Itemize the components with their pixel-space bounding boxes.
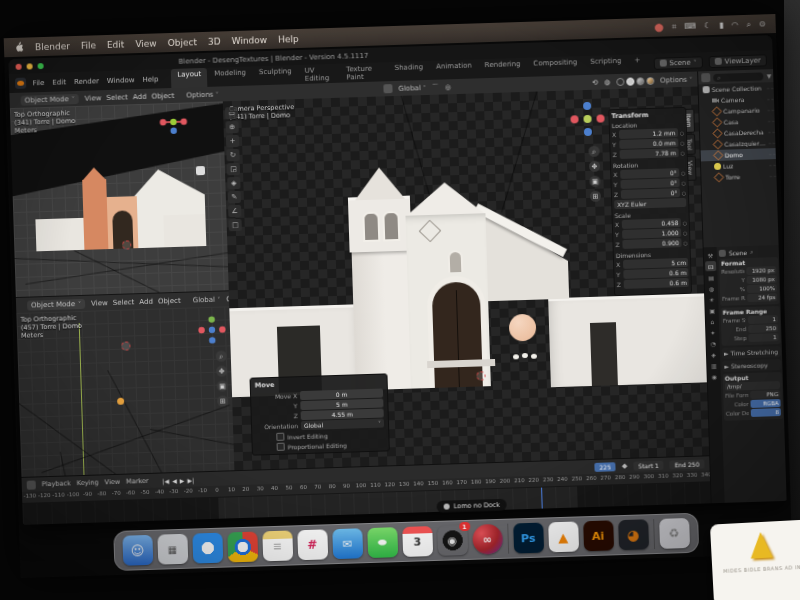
pan-icon[interactable]: ✥ <box>216 365 227 376</box>
timeline-menu-item[interactable]: Marker <box>126 477 149 486</box>
frame-start-field[interactable]: Start 1 <box>633 460 664 470</box>
menubar-item[interactable]: File <box>81 40 96 50</box>
viewport-menu-item[interactable]: Object <box>158 296 181 305</box>
church-tower[interactable] <box>82 179 108 250</box>
dock-app-icon[interactable]: ▦ <box>157 534 188 565</box>
properties-tab-icon[interactable]: ◉ <box>709 371 720 381</box>
properties-tab-icon[interactable]: ⊡ <box>705 261 716 271</box>
workspace-tab[interactable]: Layout <box>171 67 207 88</box>
viewport-bottom-left[interactable]: Object Mode˅ ViewSelectAddObject Global … <box>16 290 236 478</box>
scale-field[interactable]: 0.900 <box>622 238 681 249</box>
tool-icon[interactable]: ▭ <box>225 107 238 119</box>
church-right-wing[interactable] <box>163 214 206 247</box>
transform-orientation-dropdown[interactable]: Global ˅ <box>398 84 426 93</box>
topbar-menu-item[interactable]: Window <box>107 76 135 85</box>
dock-app-icon[interactable]: ◕ <box>618 519 649 550</box>
zoom-window-button[interactable] <box>37 63 43 69</box>
viewport-menu-item[interactable]: View <box>91 299 108 308</box>
camera-view-icon[interactable]: ▣ <box>589 176 600 187</box>
properties-tab-icon[interactable]: ◍ <box>706 283 717 293</box>
topbar-menu-item[interactable]: File <box>33 79 45 87</box>
transport-button[interactable]: |◀ <box>162 477 169 484</box>
property-field[interactable]: RGBA <box>750 399 780 408</box>
location-field[interactable]: 7.78 m <box>620 148 679 159</box>
rotation-field[interactable]: 0° <box>620 178 679 189</box>
properties-tab-icon[interactable]: ✦ <box>707 327 718 337</box>
frame-end-field[interactable]: End 250 <box>670 459 705 469</box>
proportional-edit-icon[interactable]: ◎ <box>445 83 451 91</box>
close-window-button[interactable] <box>16 63 22 69</box>
camera-view-icon[interactable]: ▣ <box>217 380 228 391</box>
wireframe-shading-button[interactable] <box>616 77 624 85</box>
blender-logo-icon[interactable] <box>15 78 26 89</box>
tool-icon[interactable]: + <box>226 135 239 147</box>
keyframe-dot-icon[interactable]: ○ <box>681 169 686 175</box>
scene-selector[interactable]: Scene˅ <box>653 56 703 70</box>
annotation-icon[interactable] <box>196 166 205 175</box>
keyframe-dot-icon[interactable]: ○ <box>681 189 686 195</box>
options-dropdown[interactable]: Options ˅ <box>660 75 692 84</box>
dock-app-icon[interactable]: # <box>297 529 328 560</box>
scale-field[interactable]: 0.458 <box>622 218 681 229</box>
dock-app-icon[interactable] <box>507 524 509 554</box>
menubar-item[interactable]: Edit <box>107 39 125 50</box>
visibility-icons[interactable]: ◦◦ <box>769 162 777 168</box>
dimension-field[interactable]: 0.6 m <box>624 278 689 289</box>
keyframe-dot-icon[interactable]: ○ <box>683 239 688 245</box>
zoom-icon[interactable]: ⌕ <box>588 146 599 157</box>
dock-app-icon[interactable]: ➤ <box>192 533 223 564</box>
property-field[interactable]: 100% <box>747 284 777 293</box>
transport-button[interactable]: ▶ <box>180 476 185 483</box>
transform-panel-title[interactable]: Transform <box>611 110 683 120</box>
solid-shading-button[interactable] <box>626 77 634 85</box>
select-tool-icon[interactable] <box>383 84 392 93</box>
viewport-menu-item[interactable]: Select <box>106 93 128 102</box>
apple-menu-icon[interactable] <box>14 40 24 54</box>
mode-dropdown[interactable]: Object Mode˅ <box>21 93 79 105</box>
properties-tab-icon[interactable]: ▣ <box>706 305 717 315</box>
scale-field[interactable]: 1.000 <box>622 228 681 239</box>
menubar-item[interactable]: View <box>135 38 157 49</box>
editor-type-icon[interactable] <box>27 480 36 489</box>
outliner-search-input[interactable]: ⌕ <box>713 72 764 82</box>
menubar-item[interactable]: Object <box>168 37 198 48</box>
dock-app-icon[interactable]: Ai <box>583 520 614 551</box>
options-dropdown[interactable]: Options ˅ <box>186 90 218 99</box>
gizmo-toggle-icon[interactable]: ⟲ <box>592 78 598 86</box>
workspace-tab[interactable]: Shading <box>388 60 429 81</box>
property-field[interactable]: 1080 px <box>747 275 777 284</box>
viewport-menu-item[interactable]: Select <box>113 298 135 307</box>
minimize-window-button[interactable] <box>26 63 32 69</box>
rotation-mode-dropdown[interactable]: XYZ Euler <box>614 198 686 209</box>
tool-icon[interactable]: □ <box>229 219 242 231</box>
viewport-menu-item[interactable]: Add <box>133 92 147 100</box>
bell-tower-body[interactable] <box>351 246 413 391</box>
workspace-tab[interactable]: Animation <box>430 59 478 80</box>
playhead[interactable]: 225 <box>541 488 543 510</box>
viewlayer-selector[interactable]: ViewLayer <box>708 54 766 68</box>
workspace-tab[interactable]: Texture Paint <box>340 62 388 83</box>
dock-app-icon[interactable]: ☺ <box>122 535 153 566</box>
keyframe-dot-icon[interactable]: ○ <box>680 139 685 145</box>
move-gizmo[interactable] <box>159 108 187 136</box>
visibility-icons[interactable]: ◦◦ <box>768 129 776 135</box>
workspace-tab[interactable]: Compositing <box>527 56 583 78</box>
menubar-item[interactable]: 3D <box>208 36 221 46</box>
menubar-item[interactable]: Blender <box>35 41 70 52</box>
mode-dropdown[interactable]: Object Mode˅ <box>27 298 85 310</box>
status-icon[interactable]: ⊙ <box>759 19 766 28</box>
properties-tab-icon[interactable]: ⚒ <box>705 250 716 260</box>
tool-icon[interactable]: ∠ <box>228 205 241 217</box>
status-icon[interactable]: ⌨ <box>684 22 696 31</box>
status-icon[interactable]: ▮ <box>719 21 724 30</box>
visibility-icons[interactable]: ◦◦ <box>768 140 776 146</box>
status-icon[interactable]: ◠ <box>731 20 738 29</box>
properties-tab-icon[interactable]: ⌂ <box>707 316 718 326</box>
tool-icon[interactable]: ◈ <box>227 177 240 189</box>
dock-app-icon[interactable]: ▲ <box>548 521 579 552</box>
ortho-toggle-icon[interactable]: ⊞ <box>590 191 601 202</box>
viewport-menu-item[interactable]: View <box>85 94 102 103</box>
navigation-gizmo[interactable] <box>570 101 605 136</box>
orientation-dropdown[interactable]: Global ˅ <box>193 295 221 304</box>
transport-button[interactable]: ◀ <box>172 477 177 484</box>
